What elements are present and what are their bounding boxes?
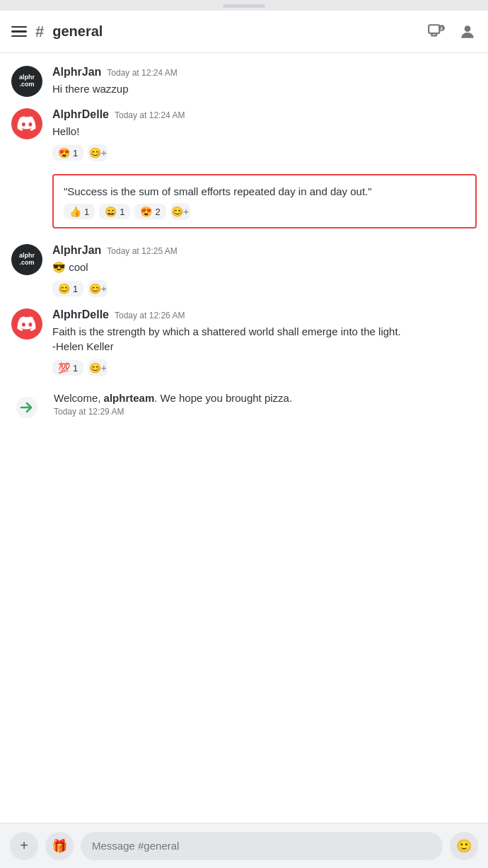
avatar	[11, 108, 42, 139]
svg-text:#: #	[440, 25, 443, 30]
reaction-emoji: 😊	[58, 283, 70, 294]
username: AlphrDelle	[52, 308, 109, 321]
plus-icon: +	[20, 838, 28, 854]
timestamp: Today at 12:24 AM	[107, 68, 177, 78]
add-reaction-button[interactable]: 😊+	[170, 203, 190, 220]
reaction-count: 1	[73, 148, 78, 158]
members-icon[interactable]	[458, 23, 477, 41]
messages-area: alphr .com AlphrJan Today at 12:24 AM Hi…	[0, 53, 488, 823]
reactions: 💯 1 😊+	[52, 359, 477, 376]
timestamp: Today at 12:26 AM	[115, 311, 185, 320]
message-group: alphr .com AlphrJan Today at 12:25 AM 😎 …	[0, 240, 488, 300]
reaction-emoji: 😄	[105, 206, 117, 217]
reactions: 👍 1 😄 1 😍 2 😊+	[64, 203, 465, 220]
hamburger-menu-button[interactable]	[11, 26, 27, 37]
message-group: alphr .com AlphrJan Today at 12:24 AM Hi…	[0, 62, 488, 100]
reaction-count: 1	[73, 363, 78, 374]
message-group: AlphrDelle Today at 12:26 AM Faith is th…	[0, 304, 488, 379]
reactions: 😍 1 😊+	[52, 144, 477, 161]
message-content: AlphrJan Today at 12:24 AM Hi there wazz…	[52, 66, 477, 97]
svg-point-3	[465, 25, 471, 32]
system-message: Welcome, alphrteam. We hope you brought …	[0, 383, 488, 430]
message-input-placeholder: Message #general	[92, 840, 179, 852]
message-header: AlphrDelle Today at 12:24 AM	[52, 108, 477, 121]
emoji-icon: 🙂	[456, 838, 472, 854]
message-text: 😎 cool	[52, 260, 477, 274]
avatar	[11, 308, 42, 340]
reaction-count: 1	[84, 207, 89, 217]
system-arrow-icon	[11, 392, 42, 423]
message-input[interactable]: Message #general	[81, 832, 443, 860]
gift-button[interactable]: 🎁	[45, 832, 74, 860]
reaction-button[interactable]: 😊 1	[52, 281, 83, 296]
reaction-emoji: 😍	[140, 206, 152, 217]
reaction-button[interactable]: 😄 1	[99, 204, 130, 219]
add-reaction-icon: 😊+	[89, 362, 107, 374]
highlighted-message-box: "Success is the sum of small efforts rep…	[52, 174, 477, 228]
add-reaction-button[interactable]: 😊+	[88, 359, 108, 376]
highlighted-message-container: "Success is the sum of small efforts rep…	[0, 168, 488, 236]
channel-name: general	[52, 23, 103, 40]
username: AlphrJan	[52, 66, 101, 79]
svg-rect-0	[429, 25, 439, 33]
message-content: AlphrDelle Today at 12:26 AM Faith is th…	[52, 308, 477, 376]
add-reaction-icon: 😊+	[89, 283, 107, 294]
channel-notifications-icon[interactable]: #	[427, 23, 446, 41]
reaction-button[interactable]: 😍 1	[52, 145, 83, 161]
reaction-emoji: 👍	[69, 206, 81, 217]
reaction-button[interactable]: 💯 1	[52, 360, 83, 376]
emoji-button[interactable]: 🙂	[450, 832, 478, 860]
message-text: Faith is the strength by which a shatter…	[52, 324, 477, 354]
gift-icon: 🎁	[52, 838, 67, 854]
message-group: AlphrDelle Today at 12:24 AM Hello! 😍 1 …	[0, 104, 488, 164]
bottom-bar: + 🎁 Message #general 🙂	[0, 823, 488, 868]
plus-button[interactable]: +	[10, 832, 38, 860]
system-timestamp: Today at 12:29 AM	[54, 407, 477, 417]
reaction-count: 1	[73, 284, 78, 294]
timestamp: Today at 12:24 AM	[115, 110, 185, 120]
add-reaction-button[interactable]: 😊+	[88, 280, 108, 297]
reaction-button[interactable]: 😍 2	[134, 204, 165, 219]
message-header: AlphrDelle Today at 12:26 AM	[52, 308, 477, 321]
system-text: Welcome, alphrteam. We hope you brought …	[54, 390, 477, 405]
avatar: alphr .com	[11, 66, 42, 97]
channel-hash-icon: #	[35, 23, 44, 41]
reaction-count: 2	[155, 207, 160, 217]
header-left: # general	[11, 23, 427, 41]
header: # general #	[0, 11, 488, 53]
message-header: AlphrJan Today at 12:24 AM	[52, 66, 477, 79]
reaction-count: 1	[120, 207, 124, 217]
reaction-emoji: 😍	[58, 147, 70, 158]
username: AlphrJan	[52, 244, 101, 257]
username: AlphrDelle	[52, 108, 109, 121]
message-content: AlphrDelle Today at 12:24 AM Hello! 😍 1 …	[52, 108, 477, 161]
reactions: 😊 1 😊+	[52, 280, 477, 297]
add-reaction-icon: 😊+	[171, 206, 189, 217]
reaction-emoji: 💯	[58, 362, 70, 374]
message-header: AlphrJan Today at 12:25 AM	[52, 244, 477, 257]
message-text: Hi there wazzup	[52, 81, 477, 96]
message-content: AlphrJan Today at 12:25 AM 😎 cool 😊 1 😊+	[52, 244, 477, 297]
avatar: alphr .com	[11, 244, 42, 275]
reaction-button[interactable]: 👍 1	[64, 204, 95, 219]
header-right: #	[427, 23, 477, 41]
add-reaction-icon: 😊+	[89, 147, 107, 158]
timestamp: Today at 12:25 AM	[107, 246, 177, 256]
add-reaction-button[interactable]: 😊+	[88, 144, 108, 161]
message-text: Hello!	[52, 124, 477, 139]
message-text: "Success is the sum of small efforts rep…	[64, 184, 465, 199]
system-message-content: Welcome, alphrteam. We hope you brought …	[54, 390, 477, 417]
